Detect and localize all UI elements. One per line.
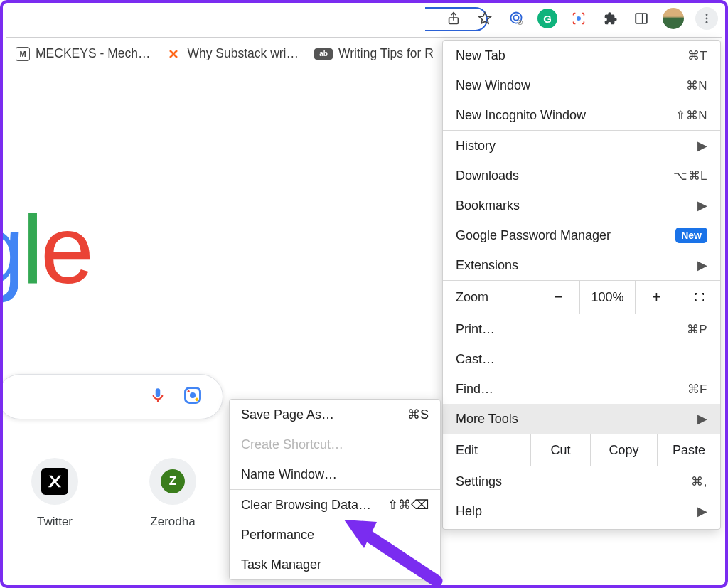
browser-toolbar: G (3, 3, 725, 34)
google-search-box[interactable] (0, 374, 223, 419)
voice-search-icon[interactable] (149, 386, 167, 407)
submenu-create-shortcut: Create Shortcut… (230, 429, 440, 459)
menu-shortcut: ⇧⌘⌫ (387, 497, 429, 513)
menu-label: Extensions (456, 258, 518, 273)
shortcut-label: Zerodha (150, 515, 195, 529)
menu-cast[interactable]: Cast… (443, 344, 720, 374)
menu-label: Bookmarks (456, 198, 520, 213)
svg-rect-6 (636, 14, 647, 23)
svg-point-4 (518, 23, 520, 24)
menu-bookmarks[interactable]: Bookmarks ▶ (443, 191, 720, 220)
menu-shortcut: ⌘P (687, 322, 707, 337)
edit-cut[interactable]: Cut (531, 434, 591, 466)
zerodha-logo-icon: Z (161, 469, 185, 493)
menu-label: Performance (241, 528, 314, 542)
menu-shortcut: ⌥⌘L (673, 169, 707, 183)
menu-new-tab[interactable]: New Tab ⌘T (443, 41, 720, 70)
new-tab-shortcuts: Twitter Z Zerodha (31, 458, 196, 529)
shortcut-label: Twitter (37, 515, 73, 529)
menu-label: Save Page As… (241, 407, 334, 422)
chrome-menu-button[interactable] (695, 7, 718, 30)
bookmark-label: Writing Tips for R (338, 46, 434, 61)
submenu-clear-browsing-data[interactable]: Clear Browsing Data… ⇧⌘⌫ (230, 490, 440, 520)
menu-help[interactable]: Help ▶ (443, 496, 720, 526)
bookmark-substack[interactable]: Why Substack wri… (166, 46, 299, 62)
menu-shortcut: ⇧⌘N (675, 108, 707, 123)
submenu-name-window[interactable]: Name Window… (230, 459, 440, 489)
shortcut-zerodha[interactable]: Z Zerodha (149, 458, 196, 529)
grammarly-extension-icon[interactable]: G (537, 9, 557, 28)
menu-label: Google Password Manager (456, 228, 611, 243)
logo-l: l (22, 196, 41, 304)
svg-point-13 (196, 398, 199, 402)
chevron-right-icon: ▶ (697, 503, 707, 519)
onetab-extension-icon[interactable] (506, 9, 526, 28)
fullscreen-button[interactable] (678, 281, 720, 314)
menu-print[interactable]: Print… ⌘P (443, 314, 720, 344)
star-icon[interactable] (475, 9, 495, 28)
extensions-puzzle-icon[interactable] (600, 9, 620, 28)
chevron-right-icon: ▶ (697, 198, 707, 213)
side-panel-icon[interactable] (631, 9, 651, 28)
menu-settings[interactable]: Settings ⌘, (443, 466, 720, 496)
lens-extension-icon[interactable] (569, 9, 589, 28)
menu-downloads[interactable]: Downloads ⌥⌘L (443, 161, 720, 191)
menu-more-tools[interactable]: More Tools ▶ (443, 404, 720, 434)
submenu-save-page[interactable]: Save Page As… ⌘S (230, 400, 440, 429)
chevron-right-icon: ▶ (697, 411, 707, 427)
submenu-task-manager[interactable]: Task Manager (230, 550, 440, 579)
menu-edit-row: Edit Cut Copy Paste (443, 434, 720, 466)
edit-copy[interactable]: Copy (591, 434, 658, 466)
menu-label: Downloads (456, 169, 519, 183)
svg-point-5 (577, 16, 581, 21)
edit-label: Edit (443, 434, 531, 466)
svg-point-14 (188, 390, 190, 392)
x-logo-icon (41, 468, 68, 495)
menu-label: New Tab (456, 48, 505, 63)
menu-label: Task Manager (241, 557, 321, 572)
zoom-label: Zoom (456, 290, 488, 305)
bookmark-label: Why Substack wri… (187, 46, 299, 61)
zoom-out-button[interactable]: − (537, 281, 579, 314)
shortcut-twitter[interactable]: Twitter (31, 458, 78, 529)
menu-label: Settings (456, 474, 502, 489)
bookmark-label: MECKEYS - Mech… (36, 46, 150, 61)
menu-label: Help (456, 504, 482, 519)
bookmark-meckeys[interactable]: M MECKEYS - Mech… (16, 46, 150, 61)
ab-favicon: ab (314, 48, 333, 60)
logo-g: g (0, 196, 22, 304)
profile-avatar[interactable] (663, 8, 684, 29)
chrome-main-menu: New Tab ⌘T New Window ⌘N New Incognito W… (442, 40, 721, 530)
lens-search-icon[interactable] (183, 385, 203, 408)
more-tools-submenu: Save Page As… ⌘S Create Shortcut… Name W… (229, 399, 441, 580)
menu-label: History (456, 139, 496, 154)
menu-shortcut: ⌘N (686, 78, 707, 93)
menu-label: Cast… (456, 352, 495, 367)
bookmark-writing-tips[interactable]: ab Writing Tips for R (314, 46, 434, 61)
svg-point-12 (190, 392, 196, 398)
menu-shortcut: ⌘S (407, 407, 429, 422)
svg-point-9 (706, 18, 708, 20)
submenu-performance[interactable]: Performance (230, 520, 440, 550)
meckeys-favicon: M (16, 47, 30, 61)
zoom-level: 100% (579, 281, 635, 314)
menu-label: Print… (456, 322, 495, 337)
shortcut-chip (31, 458, 78, 505)
menu-label: Clear Browsing Data… (241, 498, 371, 513)
menu-zoom-row: Zoom − 100% + (443, 280, 720, 314)
menu-new-incognito[interactable]: New Incognito Window ⇧⌘N (443, 100, 720, 130)
svg-point-10 (706, 21, 708, 23)
menu-label: New Window (456, 78, 530, 93)
menu-label: Name Window… (241, 467, 337, 482)
menu-shortcut: ⌘, (691, 474, 707, 489)
menu-find[interactable]: Find… ⌘F (443, 374, 720, 404)
menu-new-window[interactable]: New Window ⌘N (443, 70, 720, 100)
menu-label: Create Shortcut… (241, 437, 343, 452)
menu-extensions[interactable]: Extensions ▶ (443, 250, 720, 280)
menu-label: New Incognito Window (456, 108, 586, 123)
menu-history[interactable]: History ▶ (443, 131, 720, 161)
zoom-in-button[interactable]: + (635, 281, 678, 314)
edit-paste[interactable]: Paste (658, 434, 720, 466)
share-icon[interactable] (444, 9, 464, 28)
menu-password-manager[interactable]: Google Password Manager New (443, 220, 720, 250)
